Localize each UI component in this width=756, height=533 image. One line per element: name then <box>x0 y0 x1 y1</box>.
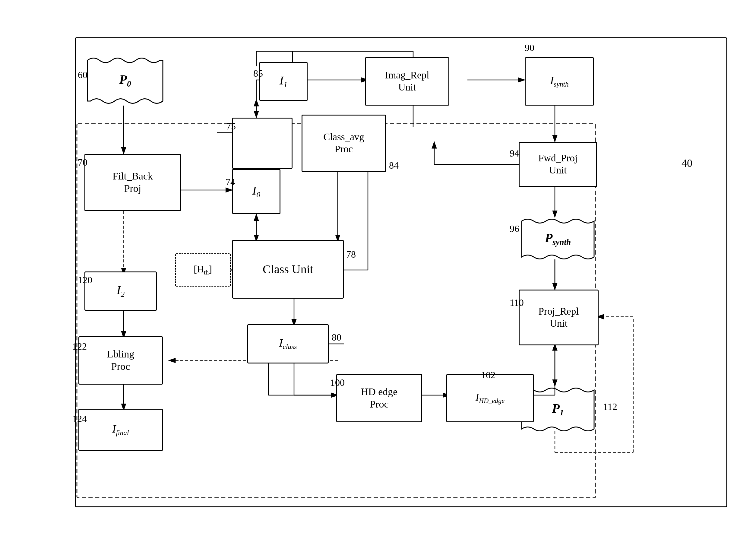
I0-block: I0 <box>232 169 281 214</box>
label-75: 75 <box>226 121 236 132</box>
fwd-proj-unit-label: Fwd_ProjUnit <box>538 152 578 176</box>
I-class-label: Iclass <box>279 337 297 351</box>
label-40-outer: 40 <box>682 157 692 170</box>
P0-label: P0 <box>119 72 131 89</box>
I1-block: I1 <box>259 62 308 101</box>
label-85: 85 <box>253 68 263 79</box>
imag-repl-unit-block: Imag_ReplUnit <box>365 57 449 105</box>
I-class-block: Iclass <box>247 324 329 363</box>
hd-edge-proc-block: HD edgeProc <box>336 374 422 422</box>
class-avg-proc-block: Class_avgProc <box>302 115 386 172</box>
class-unit-label: Class Unit <box>263 262 313 277</box>
P1-label: P1 <box>552 401 564 417</box>
filt-back-proj-label: Filt_BackProj <box>113 170 153 195</box>
label-94: 94 <box>510 148 519 159</box>
I-synth-label: Isynth <box>550 74 568 88</box>
I0-label: I0 <box>253 183 260 199</box>
label-110: 110 <box>510 297 524 308</box>
fwd-proj-unit-block: Fwd_ProjUnit <box>519 142 597 187</box>
label-70: 70 <box>78 157 88 168</box>
label-122: 122 <box>72 341 87 352</box>
label-124: 124 <box>72 413 87 424</box>
proj-repl-unit-block: Proj_ReplUnit <box>519 290 599 345</box>
I-HD-edge-block: IHD_edge <box>446 374 534 422</box>
imag-repl-unit-label: Imag_ReplUnit <box>385 70 429 93</box>
label-90: 90 <box>525 42 534 53</box>
I2-label: I2 <box>117 283 124 299</box>
I-final-label: Ifinal <box>113 423 129 437</box>
I2-block: I2 <box>84 271 157 311</box>
label-80: 80 <box>332 332 341 343</box>
svg-rect-2 <box>75 38 727 507</box>
H-th-block: [Hth] <box>175 253 231 287</box>
P-synth-block: Psynth <box>519 216 597 263</box>
label-96: 96 <box>510 223 519 234</box>
lbling-proc-label: LblingProc <box>107 348 134 373</box>
label-102: 102 <box>481 370 496 381</box>
lbling-proc-block: LblingProc <box>78 336 163 384</box>
label-78: 78 <box>346 249 356 260</box>
label-112: 112 <box>603 401 617 412</box>
I-final-block: Ifinal <box>78 409 163 451</box>
hd-edge-proc-label: HD edgeProc <box>361 386 398 410</box>
label-120: 120 <box>78 274 92 286</box>
diagram-container: P0 60 Filt_BackProj 70 I0 74 75 I1 85 Cl… <box>12 12 742 519</box>
label-74: 74 <box>226 177 235 188</box>
H-th-label: [Hth] <box>194 263 212 276</box>
label-84: 84 <box>389 160 399 171</box>
class-unit-block: Class Unit <box>232 240 344 299</box>
filt-back-proj-block: Filt_BackProj <box>84 154 181 211</box>
class-avg-proc-label: Class_avgProc <box>323 131 364 155</box>
P-synth-label: Psynth <box>545 231 571 247</box>
box-75 <box>232 118 292 169</box>
label-60: 60 <box>78 70 88 80</box>
proj-repl-unit-label: Proj_ReplUnit <box>539 306 579 329</box>
P0-block: P0 <box>84 54 166 107</box>
I1-label: I1 <box>280 73 287 89</box>
I-synth-block: Isynth <box>525 57 594 105</box>
I-HD-edge-label: IHD_edge <box>475 391 504 405</box>
label-100: 100 <box>330 377 345 388</box>
